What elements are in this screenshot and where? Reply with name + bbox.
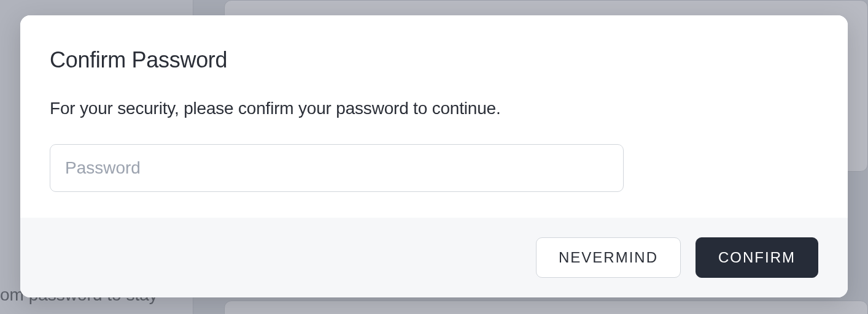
modal-footer: NEVERMIND CONFIRM [20, 218, 848, 297]
confirm-button[interactable]: CONFIRM [696, 237, 818, 278]
nevermind-button[interactable]: NEVERMIND [536, 237, 681, 278]
password-input[interactable] [50, 144, 624, 192]
confirm-password-modal: Confirm Password For your security, plea… [20, 15, 848, 297]
modal-title: Confirm Password [50, 47, 818, 73]
modal-body: Confirm Password For your security, plea… [20, 15, 848, 218]
background-card-bottom [224, 301, 868, 314]
modal-subtitle: For your security, please confirm your p… [50, 99, 818, 118]
